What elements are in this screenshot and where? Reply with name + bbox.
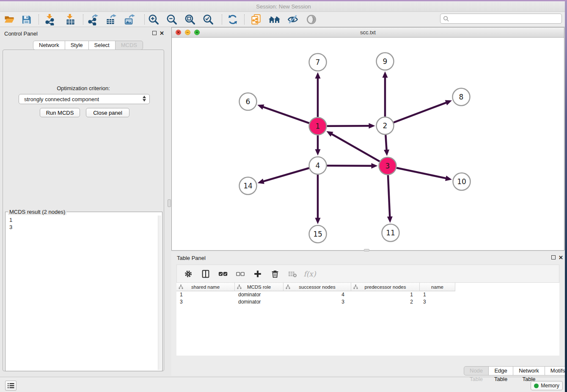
show-all-button[interactable] bbox=[305, 13, 318, 26]
graph-edge-3-1[interactable] bbox=[331, 134, 380, 162]
close-table-panel-icon[interactable]: ✕ bbox=[559, 254, 563, 261]
graph-node-label-8: 8 bbox=[459, 93, 464, 101]
graph-edge-2-3[interactable] bbox=[385, 135, 386, 151]
graph-edge-2-8[interactable] bbox=[394, 102, 447, 123]
hide-selected-button[interactable] bbox=[286, 13, 300, 26]
column-header-shared-name[interactable]: shared name bbox=[176, 283, 235, 291]
table-cell[interactable]: 1 bbox=[420, 291, 455, 298]
hide-eye-icon bbox=[287, 14, 299, 25]
network-window-title: scc.txt bbox=[172, 29, 564, 36]
search-field[interactable] bbox=[440, 14, 562, 24]
tab-select[interactable]: Select bbox=[88, 41, 116, 50]
tab-node-table[interactable]: Node Table bbox=[464, 366, 489, 375]
save-session-button[interactable] bbox=[19, 13, 33, 26]
horizontal-splitter-handle[interactable] bbox=[364, 249, 369, 251]
delete-column-button[interactable] bbox=[270, 268, 281, 279]
search-input[interactable] bbox=[449, 16, 559, 22]
main-toolbar bbox=[0, 12, 567, 27]
close-panel-icon[interactable]: ✕ bbox=[160, 30, 164, 36]
graph-node-label-9: 9 bbox=[383, 57, 388, 66]
first-neighbors-button[interactable] bbox=[268, 13, 281, 26]
table-cell[interactable]: 1 bbox=[351, 291, 420, 298]
result-scrollbar[interactable] bbox=[158, 215, 161, 370]
table-cell[interactable]: 3 bbox=[176, 298, 235, 306]
deselect-all-button[interactable] bbox=[235, 268, 246, 279]
window-minimize-icon[interactable]: − bbox=[185, 30, 190, 35]
import-network-button[interactable] bbox=[43, 13, 57, 26]
table-cell[interactable]: 3 bbox=[420, 298, 455, 306]
tab-style[interactable]: Style bbox=[65, 41, 89, 50]
close-panel-button[interactable]: Close panel bbox=[86, 108, 129, 117]
delete-table-button[interactable] bbox=[287, 268, 298, 279]
table-cell[interactable]: 1 bbox=[176, 291, 235, 298]
graph-edge-arrowhead bbox=[315, 72, 321, 79]
graph-edge-arrowhead bbox=[445, 176, 452, 181]
criterion-value: strongly connected component bbox=[24, 96, 99, 102]
vertical-splitter-handle[interactable] bbox=[168, 199, 171, 207]
task-history-button[interactable] bbox=[5, 381, 17, 391]
graph-edge-4-14[interactable] bbox=[262, 168, 309, 182]
graph-node-label-4: 4 bbox=[316, 161, 320, 170]
add-column-button[interactable] bbox=[252, 268, 263, 279]
network-window-titlebar[interactable]: scc.txt ✕ − + bbox=[172, 28, 564, 38]
toolbar-separator bbox=[39, 14, 39, 25]
tab-network[interactable]: Network bbox=[33, 41, 65, 50]
column-layout-button[interactable] bbox=[200, 268, 211, 279]
mcds-result-text[interactable]: 13 bbox=[6, 215, 158, 370]
column-header-predecessor-nodes[interactable]: predecessor nodes bbox=[351, 283, 420, 291]
graph-edge-4-3[interactable] bbox=[327, 166, 372, 166]
tab-mcds[interactable]: MCDS bbox=[115, 41, 143, 50]
window-zoom-icon[interactable]: + bbox=[194, 30, 200, 35]
table-settings-button[interactable] bbox=[183, 268, 194, 279]
graph-edge-3-11[interactable] bbox=[388, 175, 390, 218]
graph-edge-1-2[interactable] bbox=[327, 126, 370, 126]
column-type-icon bbox=[237, 284, 242, 289]
refresh-button[interactable] bbox=[226, 13, 239, 26]
table-panel: Table Panel ✕ bbox=[171, 252, 564, 376]
graph-edge-1-6[interactable] bbox=[262, 107, 309, 123]
tab-network-table[interactable]: Network Table bbox=[513, 366, 545, 375]
import-table-button[interactable] bbox=[63, 13, 77, 26]
table-cell[interactable]: 3 bbox=[284, 298, 351, 306]
export-network-button[interactable] bbox=[86, 13, 99, 26]
dropdown-stepper-icon bbox=[143, 96, 146, 102]
zoom-fit-button[interactable] bbox=[183, 13, 197, 26]
column-header-MCDS-role[interactable]: MCDS role bbox=[235, 283, 284, 291]
table-cell[interactable]: 2 bbox=[351, 298, 420, 306]
criterion-dropdown[interactable]: strongly connected component bbox=[19, 94, 150, 104]
table-cell[interactable]: dominator bbox=[235, 291, 284, 298]
column-header-successor-nodes[interactable]: successor nodes bbox=[284, 283, 351, 291]
zoom-out-button[interactable] bbox=[165, 13, 179, 26]
graph-edge-3-10[interactable] bbox=[396, 168, 447, 178]
float-panel-icon[interactable] bbox=[152, 31, 157, 35]
graph-edge-arrowhead bbox=[383, 72, 388, 78]
import-table-icon bbox=[64, 14, 76, 25]
zoom-in-button[interactable] bbox=[147, 13, 160, 26]
select-all-button[interactable] bbox=[217, 268, 228, 279]
export-table-button[interactable] bbox=[104, 13, 118, 26]
mcds-result-title: MCDS result (2 nodes) bbox=[8, 209, 66, 215]
zoom-selected-button[interactable] bbox=[201, 13, 215, 26]
function-builder-button[interactable]: f(x) bbox=[304, 268, 315, 279]
window-close-icon[interactable]: ✕ bbox=[176, 30, 181, 35]
tab-motifs[interactable]: Motifs bbox=[545, 366, 567, 375]
float-table-panel-icon[interactable] bbox=[551, 255, 556, 259]
refresh-icon bbox=[227, 14, 239, 25]
table-row[interactable]: 3dominator323 bbox=[176, 298, 559, 306]
export-image-button[interactable] bbox=[123, 13, 136, 26]
graph-node-label-2: 2 bbox=[383, 121, 388, 130]
graph-node-label-3: 3 bbox=[385, 162, 390, 170]
graph-edge-arrowhead bbox=[371, 163, 377, 168]
network-graph-canvas[interactable]: 7968124314101511 bbox=[172, 38, 564, 250]
zoom-out-icon bbox=[166, 14, 178, 25]
open-session-button[interactable] bbox=[3, 13, 16, 26]
run-mcds-button[interactable]: Run MCDS bbox=[40, 108, 80, 117]
table-cell[interactable]: 4 bbox=[284, 291, 351, 298]
zoom-fit-icon bbox=[184, 14, 196, 25]
column-header-name[interactable]: name bbox=[420, 283, 455, 291]
unchecked-boxes-icon bbox=[235, 269, 245, 279]
table-row[interactable]: 1dominator411 bbox=[176, 291, 559, 298]
table-cell[interactable]: dominator bbox=[235, 298, 284, 306]
clone-network-button[interactable] bbox=[249, 13, 263, 26]
tab-edge-table[interactable]: Edge Table bbox=[488, 366, 513, 375]
